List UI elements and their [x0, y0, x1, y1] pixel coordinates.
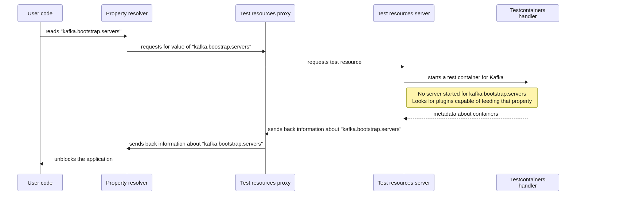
message-label: reads "kafka.bootstrap.servers" [40, 28, 127, 34]
actor-label: Test resources proxy [240, 180, 290, 186]
message-sends-back-2: sends back information about "kafka.boot… [127, 140, 265, 149]
message-unblocks: unblocks the application [40, 155, 127, 164]
message-sends-back-1: sends back information about "kafka.boot… [265, 126, 404, 134]
actor-label: Testcontainers handler [500, 7, 555, 19]
actor-property-resolver-bottom: Property resolver [101, 174, 152, 191]
message-requests-value: requests for value of "kafka.boostrap.se… [127, 43, 265, 52]
actor-label: Test resources server [378, 180, 430, 186]
actor-proxy-bottom: Test resources proxy [235, 174, 295, 191]
note-line: Looks for plugins capable of feeding tha… [410, 97, 534, 105]
actor-handler-bottom: Testcontainers handler [496, 174, 559, 191]
message-starts-container: starts a test container for Kafka [404, 74, 528, 82]
message-label: starts a test container for Kafka [404, 74, 528, 80]
lifeline-server [404, 22, 404, 174]
message-reads-kafka: reads "kafka.bootstrap.servers" [40, 28, 127, 36]
actor-label: Test resources server [378, 10, 430, 16]
actor-server-top: Test resources server [373, 4, 434, 22]
message-label: unblocks the application [40, 156, 127, 162]
actor-label: Test resources proxy [240, 10, 290, 16]
message-label: sends back information about "kafka.boot… [265, 126, 404, 132]
actor-label: Testcontainers handler [500, 176, 555, 189]
message-label: sends back information about "kafka.boot… [127, 140, 265, 147]
message-label: requests test resource [265, 59, 404, 65]
actor-label: User code [28, 180, 52, 186]
actor-label: User code [28, 10, 52, 16]
sequence-diagram: User code Property resolver Test resourc… [0, 0, 644, 220]
actor-label: Property resolver [106, 180, 148, 186]
actor-handler-top: Testcontainers handler [496, 4, 559, 22]
actor-property-resolver-top: Property resolver [101, 4, 152, 22]
note-line: No server started for kafka.bootstrap.se… [410, 90, 534, 97]
actor-user-code-bottom: User code [17, 174, 63, 191]
message-metadata: metadata about containers [404, 110, 528, 119]
actor-server-bottom: Test resources server [373, 174, 434, 191]
message-requests-resource: requests test resource [265, 58, 404, 67]
actor-user-code-top: User code [17, 4, 63, 22]
message-label: metadata about containers [404, 111, 528, 117]
lifeline-user-code [40, 22, 40, 174]
actor-label: Property resolver [106, 10, 148, 16]
note-no-server: No server started for kafka.bootstrap.se… [406, 88, 538, 108]
message-label: requests for value of "kafka.boostrap.se… [127, 43, 265, 50]
lifeline-proxy [265, 22, 266, 174]
actor-proxy-top: Test resources proxy [235, 4, 295, 22]
